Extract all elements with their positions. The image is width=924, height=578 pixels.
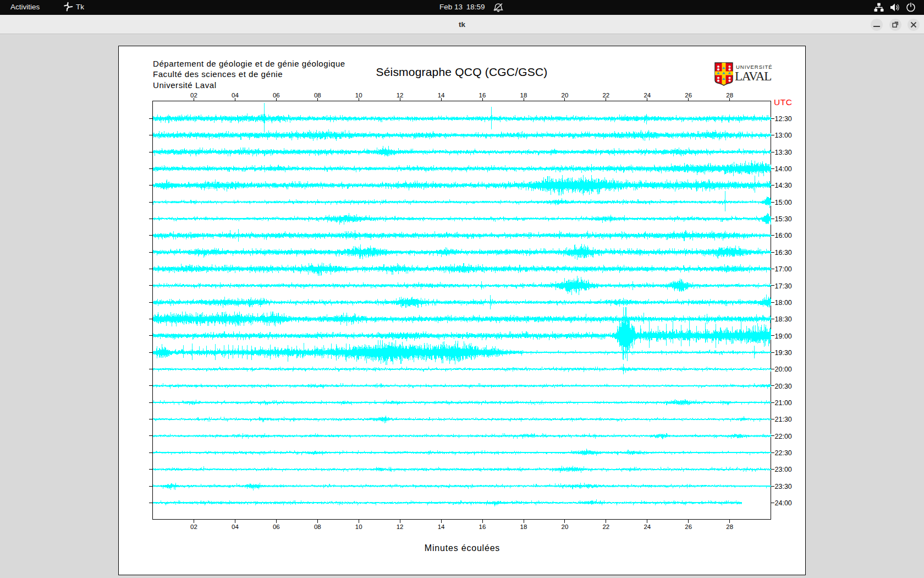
- svg-text:12: 12: [397, 524, 404, 530]
- svg-text:21:30: 21:30: [775, 416, 792, 423]
- svg-text:16:00: 16:00: [775, 232, 792, 239]
- svg-text:14:00: 14:00: [775, 165, 792, 173]
- svg-text:17:30: 17:30: [775, 282, 792, 290]
- svg-text:10: 10: [355, 524, 362, 530]
- svg-text:24: 24: [644, 92, 651, 99]
- svg-text:22: 22: [602, 92, 609, 99]
- svg-text:18:00: 18:00: [775, 299, 792, 307]
- svg-text:17:00: 17:00: [775, 265, 792, 273]
- svg-text:16: 16: [479, 524, 486, 530]
- svg-text:20:00: 20:00: [775, 366, 792, 373]
- svg-text:22:30: 22:30: [775, 449, 792, 457]
- svg-text:10: 10: [355, 92, 362, 99]
- svg-text:18: 18: [520, 524, 527, 530]
- svg-text:24:00: 24:00: [775, 499, 792, 507]
- svg-text:18: 18: [520, 92, 527, 99]
- svg-text:16: 16: [479, 92, 486, 99]
- svg-text:24: 24: [644, 524, 651, 530]
- svg-text:14: 14: [438, 92, 445, 99]
- svg-text:26: 26: [685, 524, 692, 530]
- svg-text:15:30: 15:30: [775, 215, 792, 223]
- svg-text:23:30: 23:30: [775, 483, 792, 490]
- svg-text:20: 20: [562, 92, 569, 99]
- svg-text:08: 08: [314, 524, 321, 530]
- svg-text:20: 20: [562, 524, 569, 530]
- svg-text:18:30: 18:30: [775, 315, 792, 323]
- svg-text:06: 06: [273, 92, 280, 99]
- svg-text:16:30: 16:30: [775, 249, 792, 257]
- svg-text:12:30: 12:30: [775, 115, 792, 123]
- svg-text:23:00: 23:00: [775, 466, 792, 473]
- svg-text:22:00: 22:00: [775, 433, 792, 440]
- svg-text:06: 06: [273, 524, 280, 530]
- svg-text:13:30: 13:30: [775, 149, 792, 156]
- svg-text:14:30: 14:30: [775, 182, 792, 189]
- svg-text:22: 22: [602, 524, 609, 530]
- svg-text:02: 02: [190, 524, 197, 530]
- svg-text:19:30: 19:30: [775, 349, 792, 357]
- svg-text:15:00: 15:00: [775, 199, 792, 206]
- svg-text:04: 04: [232, 524, 239, 530]
- svg-text:20:30: 20:30: [775, 383, 792, 390]
- svg-text:13:00: 13:00: [775, 132, 792, 139]
- svg-text:26: 26: [685, 92, 692, 99]
- svg-text:12: 12: [397, 92, 404, 99]
- svg-text:14: 14: [438, 524, 445, 530]
- svg-text:28: 28: [726, 524, 733, 530]
- svg-text:21:00: 21:00: [775, 399, 792, 407]
- svg-text:28: 28: [726, 92, 733, 99]
- svg-text:02: 02: [190, 92, 197, 99]
- svg-text:04: 04: [232, 92, 239, 99]
- svg-text:08: 08: [314, 92, 321, 99]
- svg-text:19:00: 19:00: [775, 332, 792, 340]
